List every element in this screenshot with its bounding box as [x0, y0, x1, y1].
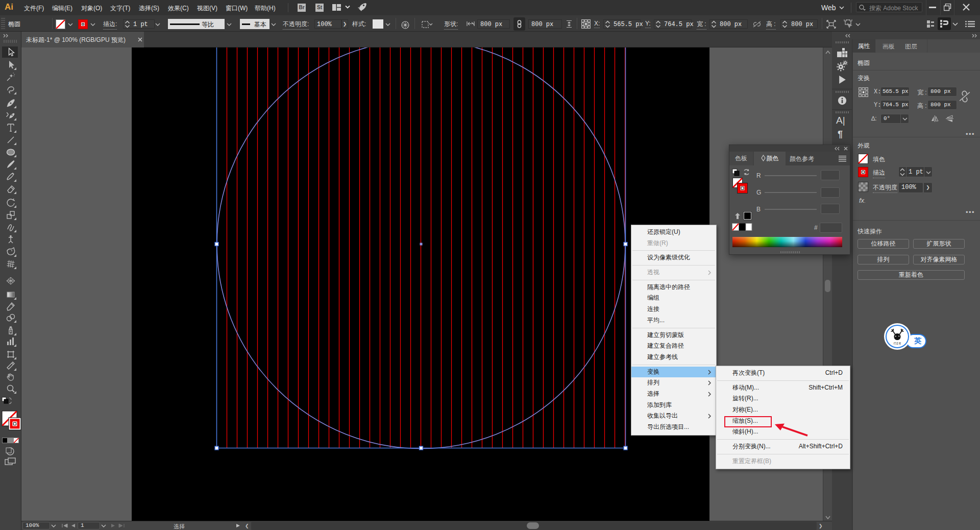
svg-text:行走者: 行走者 [894, 342, 901, 345]
